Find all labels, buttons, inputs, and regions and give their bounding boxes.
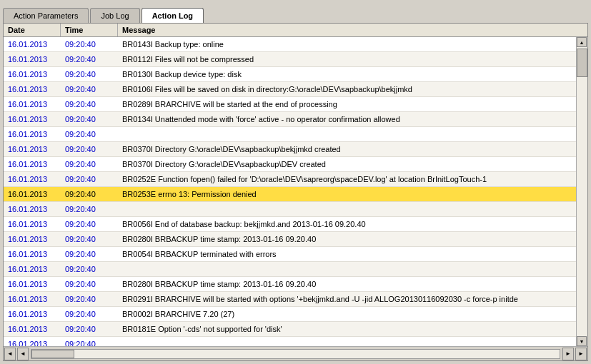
table-row[interactable]: 16.01.201309:20:40BR0370I Directory G:\o… <box>4 142 576 157</box>
cell-time: 09:20:40 <box>61 127 118 141</box>
cell-date: 16.01.2013 <box>4 142 61 156</box>
cell-message: BR0130I Backup device type: disk <box>118 67 576 81</box>
table-row[interactable]: 16.01.201309:20:40BR0253E errno 13: Perm… <box>4 187 576 202</box>
cell-message: BR0054I BRBACKUP terminated with errors <box>118 247 576 261</box>
table-row[interactable]: 16.01.201309:20:40BR0112I Files will not… <box>4 52 576 67</box>
table-row[interactable]: 16.01.201309:20:40BR0143I Backup type: o… <box>4 37 576 52</box>
cell-time: 09:20:40 <box>61 217 118 231</box>
cell-time: 09:20:40 <box>61 67 118 81</box>
col-time: Time <box>61 24 118 36</box>
table-row[interactable]: 16.01.201309:20:40 <box>4 337 576 346</box>
cell-message: BR0289I BRARCHIVE will be started at the… <box>118 97 576 111</box>
cell-date: 16.01.2013 <box>4 157 61 171</box>
cell-message: BR0106I Files will be saved on disk in d… <box>118 82 576 96</box>
cell-date: 16.01.2013 <box>4 217 61 231</box>
cell-message <box>118 262 576 276</box>
cell-date: 16.01.2013 <box>4 112 61 126</box>
cell-message: BR0280I BRBACKUP time stamp: 2013-01-16 … <box>118 232 576 246</box>
cell-time: 09:20:40 <box>61 232 118 246</box>
table-row[interactable]: 16.01.201309:20:40BR0289I BRARCHIVE will… <box>4 97 576 112</box>
cell-message: BR0253E errno 13: Permission denied <box>118 187 576 201</box>
tab-bar: Action Parameters Job Log Action Log <box>0 0 591 23</box>
cell-date: 16.01.2013 <box>4 307 61 321</box>
table-row[interactable]: 16.01.201309:20:40BR0291I BRARCHIVE will… <box>4 292 576 307</box>
table-row[interactable]: 16.01.201309:20:40BR0280I BRBACKUP time … <box>4 232 576 247</box>
cell-message: BR0143I Backup type: online <box>118 37 576 51</box>
cell-time: 09:20:40 <box>61 37 118 51</box>
cell-time: 09:20:40 <box>61 247 118 261</box>
nav-first-button[interactable]: ◄ <box>4 348 16 360</box>
cell-date: 16.01.2013 <box>4 262 61 276</box>
cell-time: 09:20:40 <box>61 202 118 216</box>
cell-message: BR0252E Function fopen() failed for 'D:\… <box>118 172 576 186</box>
cell-time: 09:20:40 <box>61 277 118 291</box>
cell-message <box>118 337 576 346</box>
cell-time: 09:20:40 <box>61 157 118 171</box>
table-row[interactable]: 16.01.201309:20:40BR0002I BRARCHIVE 7.20… <box>4 307 576 322</box>
cell-date: 16.01.2013 <box>4 67 61 81</box>
tab-action-log[interactable]: Action Log <box>141 8 204 23</box>
cell-date: 16.01.2013 <box>4 277 61 291</box>
cell-date: 16.01.2013 <box>4 52 61 66</box>
cell-date: 16.01.2013 <box>4 97 61 111</box>
nav-prev-button[interactable]: ◄ <box>17 348 29 360</box>
table-row[interactable]: 16.01.201309:20:40 <box>4 262 576 277</box>
cell-time: 09:20:40 <box>61 82 118 96</box>
scroll-down-button[interactable]: ▼ <box>577 336 587 346</box>
cell-time: 09:20:40 <box>61 307 118 321</box>
cell-time: 09:20:40 <box>61 52 118 66</box>
cell-message: BR0181E Option '-cds' not supported for … <box>118 322 576 336</box>
tab-job-log[interactable]: Job Log <box>90 8 139 23</box>
cell-time: 09:20:40 <box>61 322 118 336</box>
cell-message: BR0134I Unattended mode with 'force' act… <box>118 112 576 126</box>
cell-date: 16.01.2013 <box>4 172 61 186</box>
cell-date: 16.01.2013 <box>4 187 61 201</box>
horizontal-scrollbar[interactable] <box>31 349 560 359</box>
cell-message: BR0370I Directory G:\oracle\DEV\sapbacku… <box>118 142 576 156</box>
col-date: Date <box>4 24 61 36</box>
horizontal-scroll-thumb[interactable] <box>31 350 74 358</box>
main-panel: Date Time Message 16.01.201309:20:40BR01… <box>3 23 588 361</box>
cell-message: BR0370I Directory G:\oracle\DEV\sapbacku… <box>118 157 576 171</box>
table-row[interactable]: 16.01.201309:20:40BR0370I Directory G:\o… <box>4 157 576 172</box>
cell-message: BR0112I Files will not be compressed <box>118 52 576 66</box>
cell-date: 16.01.2013 <box>4 247 61 261</box>
cell-date: 16.01.2013 <box>4 82 61 96</box>
table-body[interactable]: 16.01.201309:20:40BR0143I Backup type: o… <box>4 37 576 346</box>
cell-date: 16.01.2013 <box>4 127 61 141</box>
cell-message <box>118 202 576 216</box>
cell-message: BR0280I BRBACKUP time stamp: 2013-01-16 … <box>118 277 576 291</box>
table-row[interactable]: 16.01.201309:20:40BR0181E Option '-cds' … <box>4 322 576 337</box>
table-row[interactable]: 16.01.201309:20:40BR0054I BRBACKUP termi… <box>4 247 576 262</box>
table-row[interactable]: 16.01.201309:20:40BR0252E Function fopen… <box>4 172 576 187</box>
table-row[interactable]: 16.01.201309:20:40 <box>4 127 576 142</box>
cell-date: 16.01.2013 <box>4 202 61 216</box>
cell-time: 09:20:40 <box>61 142 118 156</box>
cell-message: BR0291I BRARCHIVE will be started with o… <box>118 292 576 306</box>
bottom-bar: ◄ ◄ ► ► <box>4 346 587 360</box>
cell-time: 09:20:40 <box>61 97 118 111</box>
table-row[interactable]: 16.01.201309:20:40BR0280I BRBACKUP time … <box>4 277 576 292</box>
cell-date: 16.01.2013 <box>4 322 61 336</box>
table-row[interactable]: 16.01.201309:20:40BR0106I Files will be … <box>4 82 576 97</box>
table-scroll-area: 16.01.201309:20:40BR0143I Backup type: o… <box>4 37 576 346</box>
table-header: Date Time Message <box>4 24 587 37</box>
table-row[interactable]: 16.01.201309:20:40BR0134I Unattended mod… <box>4 112 576 127</box>
table-row[interactable]: 16.01.201309:20:40BR0130I Backup device … <box>4 67 576 82</box>
content-area: 16.01.201309:20:40BR0143I Backup type: o… <box>4 37 587 346</box>
cell-time: 09:20:40 <box>61 187 118 201</box>
cell-date: 16.01.2013 <box>4 232 61 246</box>
nav-next-button[interactable]: ► <box>562 348 574 360</box>
tab-action-parameters[interactable]: Action Parameters <box>3 8 89 23</box>
cell-message: BR0002I BRARCHIVE 7.20 (27) <box>118 307 576 321</box>
cell-date: 16.01.2013 <box>4 337 61 346</box>
cell-time: 09:20:40 <box>61 262 118 276</box>
cell-message: BR0056I End of database backup: bekjjmkd… <box>118 217 576 231</box>
table-row[interactable]: 16.01.201309:20:40 <box>4 202 576 217</box>
cell-time: 09:20:40 <box>61 292 118 306</box>
nav-last-button[interactable]: ► <box>575 348 587 360</box>
table-row[interactable]: 16.01.201309:20:40BR0056I End of databas… <box>4 217 576 232</box>
scroll-thumb[interactable] <box>577 49 587 77</box>
scroll-up-button[interactable]: ▲ <box>577 37 587 47</box>
cell-time: 09:20:40 <box>61 337 118 346</box>
